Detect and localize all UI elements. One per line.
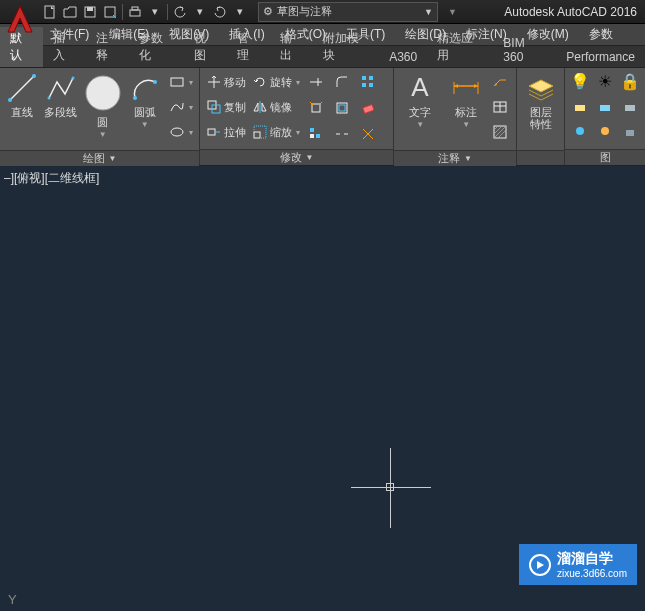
lock-icon[interactable]: 🔒 [619,70,641,92]
ellipse-button[interactable]: ▾ [167,120,195,144]
explode-icon[interactable] [304,96,328,120]
workspace-selector[interactable]: ⚙ 草图与注释 ▼ [258,2,438,22]
fillet-icon[interactable] [330,70,354,94]
layer-match-icon[interactable] [569,95,591,117]
svg-point-44 [601,127,609,135]
svg-point-13 [153,80,157,84]
align-icon[interactable] [304,122,328,146]
play-icon [529,554,551,576]
panel-annotate: A 文字 ▼ 标注 ▼ 注释▼ [394,68,517,165]
panel-draw-title[interactable]: 绘图▼ [0,150,199,166]
svg-point-10 [71,77,74,80]
bulb-on-icon[interactable]: 💡 [569,70,591,92]
join-icon[interactable] [356,122,380,146]
open-icon[interactable] [60,2,80,22]
ucs-y-label: Y [8,592,17,607]
layer-freeze-icon[interactable] [569,120,591,142]
undo-icon[interactable] [170,2,190,22]
chevron-down-icon: ▼ [99,130,107,139]
modify-tools-grid [304,70,380,146]
app-logo[interactable] [2,2,38,38]
svg-text:A: A [411,72,429,102]
svg-rect-45 [626,130,634,136]
new-icon[interactable] [40,2,60,22]
offset-icon[interactable] [330,96,354,120]
dimension-button[interactable]: 标注 ▼ [444,70,488,148]
svg-point-43 [576,127,584,135]
arc-button[interactable]: 圆弧 ▼ [126,70,163,148]
trim-icon[interactable] [304,70,328,94]
circle-button[interactable]: 圆 ▼ [81,70,124,148]
redo-dd-icon[interactable]: ▾ [230,2,250,22]
crosshair-pickbox [386,483,394,491]
tab-insert[interactable]: 插入 [43,27,86,67]
tab-view[interactable]: 视图 [184,27,227,67]
tab-annotate[interactable]: 注释 [86,27,129,67]
layer-off-icon[interactable] [619,95,641,117]
print-icon[interactable] [125,2,145,22]
svg-point-9 [47,97,50,100]
svg-rect-30 [316,134,320,138]
table-icon[interactable] [490,95,510,119]
sun-icon[interactable]: ☀ [594,70,616,92]
svg-point-11 [86,76,120,110]
tab-a360[interactable]: A360 [379,47,427,67]
spline-button[interactable]: ▾ [167,95,195,119]
erase-icon[interactable] [356,96,380,120]
panel-modify-title[interactable]: 修改▼ [200,149,393,165]
polyline-button[interactable]: 多段线 [43,70,80,148]
rotate-button[interactable]: 旋转▾ [250,70,302,94]
save-icon[interactable] [80,2,100,22]
mirror-button[interactable]: 镜像 [250,95,302,119]
redo-icon[interactable] [210,2,230,22]
svg-rect-2 [87,7,93,11]
menu-param[interactable]: 参数 [579,24,623,45]
undo-dd-icon[interactable]: ▾ [190,2,210,22]
svg-point-7 [8,98,12,102]
tab-bim360[interactable]: BIM 360 [493,33,556,67]
layer-iso-icon[interactable] [594,95,616,117]
svg-rect-21 [362,76,366,80]
print-dd-icon[interactable]: ▾ [145,2,165,22]
layer-lock2-icon[interactable] [619,120,641,142]
tab-addons[interactable]: 附加模块 [313,27,379,67]
saveas-icon[interactable] [100,2,120,22]
tab-output[interactable]: 输出 [270,27,313,67]
break-icon[interactable] [330,122,354,146]
copy-button[interactable]: 复制 [204,95,248,119]
app-title: Autodesk AutoCAD 2016 [504,5,637,19]
chevron-down-icon: ▼ [462,120,470,129]
tab-parametric[interactable]: 参数化 [129,27,184,67]
ribbon-tabs: 默认 插入 注释 参数化 视图 管理 输出 附加模块 A360 精选应用 BIM… [0,46,645,68]
title-bar: ▾ ▾ ▾ ⚙ 草图与注释 ▼ ▼ Autodesk AutoCAD 2016 [0,0,645,24]
tab-performance[interactable]: Performance [556,47,645,67]
text-button[interactable]: A 文字 ▼ [398,70,442,148]
workspace-label: 草图与注释 [277,4,332,19]
svg-rect-25 [312,104,320,112]
qat-overflow-icon[interactable]: ▼ [448,7,457,17]
stretch-button[interactable]: 拉伸 [204,120,248,144]
tab-featured[interactable]: 精选应用 [427,27,493,67]
tab-manage[interactable]: 管理 [227,27,270,67]
svg-rect-23 [362,83,366,87]
panel-layers-title[interactable] [517,150,564,165]
panel-extra-title[interactable]: 图 [565,149,645,165]
svg-rect-4 [130,10,140,16]
leader-icon[interactable] [490,70,510,94]
svg-point-15 [171,128,183,136]
drawing-canvas[interactable]: –][俯视][二维线框] Y 溜溜自学 zixue.3d66.com [0,166,645,611]
chevron-down-icon: ▼ [424,7,433,17]
layer-properties-button[interactable]: 图层 特性 [521,70,560,148]
layer-thaw-icon[interactable] [594,120,616,142]
move-button[interactable]: 移动 [204,70,248,94]
panel-draw: 直线 多段线 圆 ▼ 圆弧 ▼ ▾ ▾ ▾ 绘图▼ [0,68,200,165]
panel-annotate-title[interactable]: 注释▼ [394,150,516,166]
array-icon[interactable] [356,70,380,94]
svg-point-12 [133,96,137,100]
hatch-icon[interactable] [490,120,510,144]
svg-line-6 [10,76,34,100]
scale-button[interactable]: 缩放▾ [250,120,302,144]
view-label[interactable]: –][俯视][二维线框] [4,170,99,187]
rectangle-button[interactable]: ▾ [167,70,195,94]
line-button[interactable]: 直线 [4,70,41,148]
